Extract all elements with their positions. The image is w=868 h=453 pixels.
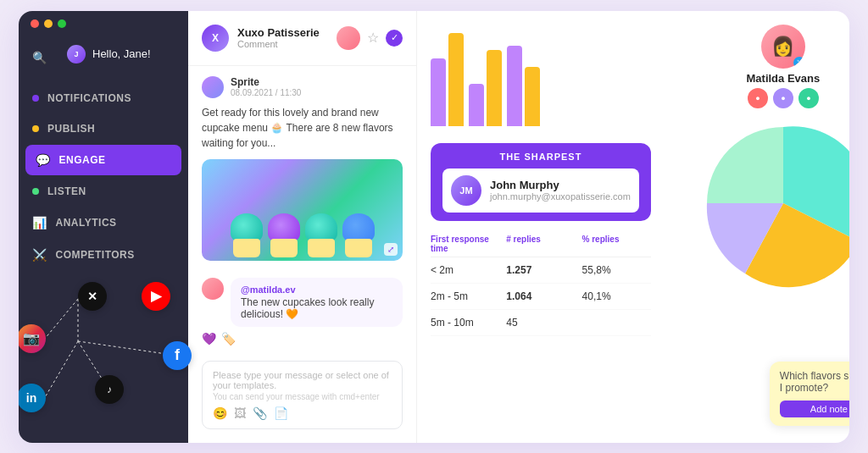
- attachment-icon[interactable]: 📎: [253, 406, 267, 420]
- stats-row-3: 5m - 10m 45: [431, 310, 651, 336]
- commenter-name: @matilda.ev: [241, 285, 392, 295]
- stat-percent-1: 55,8%: [582, 264, 651, 276]
- main-content: X Xuxo Patisserie Comment ☆ ✓ Sprite: [188, 11, 849, 443]
- profile-action-1[interactable]: ●: [748, 88, 768, 108]
- stats-table-header: First response time # replies % replies: [431, 231, 651, 257]
- bar-purple-2: [469, 84, 484, 126]
- note-text: Which flavors should I promote?: [780, 370, 849, 394]
- social-icons-area: ✕ ▶ 📷 in ♪ f: [19, 273, 214, 426]
- stat-replies-1: 1.257: [506, 264, 575, 276]
- post-author-info: Sprite 08.09.2021 / 11:30: [231, 76, 301, 97]
- tiktok-social-icon[interactable]: ♪: [95, 375, 124, 404]
- stat-percent-2: 40,1%: [582, 290, 651, 302]
- feed-header: X Xuxo Patisserie Comment ☆ ✓: [188, 11, 416, 66]
- close-button[interactable]: [31, 19, 39, 28]
- post-image: ⤢: [202, 159, 403, 261]
- person-info: John Murphy john.murphy@xuxopatisserie.c…: [490, 179, 631, 202]
- analytics-icon: 📊: [32, 216, 47, 229]
- post-author: Sprite: [231, 76, 301, 88]
- feed-post: Sprite 08.09.2021 / 11:30 Get ready for …: [188, 66, 416, 278]
- stats-table: First response time # replies % replies …: [431, 231, 651, 336]
- instagram-social-icon[interactable]: 📷: [19, 324, 46, 353]
- cupcake-2: [268, 215, 300, 257]
- right-panel: 👩 𝕏 Matilda Evans ● ● ●: [665, 11, 849, 443]
- add-note-button[interactable]: Add note: [780, 401, 849, 417]
- profile-name: Matilda Evans: [747, 72, 821, 85]
- maximize-button[interactable]: [58, 19, 66, 28]
- app-window: 🔍 J Hello, Jane! NOTIFICATIONS PUBLISH 💬…: [19, 11, 849, 443]
- stat-replies-2: 1.064: [506, 290, 575, 302]
- tag-reaction[interactable]: 🏷️: [221, 332, 236, 345]
- profile-actions: ● ● ●: [748, 88, 819, 108]
- emoji-icon[interactable]: 😊: [213, 406, 227, 420]
- header-percent: % replies: [582, 235, 651, 253]
- nav-dot-listen: [32, 188, 39, 195]
- stat-time-1: < 2m: [431, 264, 499, 276]
- comment-bubble: @matilda.ev The new cupcakes look really…: [231, 278, 403, 327]
- stat-time-3: 5m - 10m: [431, 317, 499, 329]
- bar-group-3: [507, 46, 540, 126]
- person-email: john.murphy@xuxopatisserie.com: [490, 191, 631, 202]
- post-avatar: [202, 76, 224, 98]
- check-icon[interactable]: ✓: [386, 30, 403, 47]
- bar-group-1: [431, 33, 464, 126]
- sidebar-navigation: NOTIFICATIONS PUBLISH 💬 ENGAGE LISTEN 📊 …: [19, 84, 188, 270]
- sidebar-item-publish[interactable]: PUBLISH: [19, 114, 188, 143]
- user-avatar-small: J: [67, 45, 86, 64]
- profile-picture: 👩 𝕏: [761, 25, 805, 69]
- star-icon[interactable]: ☆: [367, 30, 379, 46]
- bar-yellow-1: [448, 33, 464, 126]
- sharpest-title: THE SHARPEST: [442, 152, 639, 162]
- template-icon[interactable]: 📄: [274, 406, 288, 420]
- profile-action-3[interactable]: ●: [798, 88, 819, 108]
- reply-box[interactable]: Please type your message or select one o…: [202, 361, 403, 429]
- profile-action-2[interactable]: ●: [773, 88, 793, 108]
- header-response-time: First response time: [431, 235, 499, 253]
- sidebar-item-notifications[interactable]: NOTIFICATIONS: [19, 84, 188, 113]
- bar-yellow-3: [525, 67, 540, 126]
- bar-yellow-2: [487, 50, 502, 126]
- twitter-badge: 𝕏: [793, 57, 805, 69]
- sidebar-search-area: 🔍 J Hello, Jane!: [19, 41, 188, 84]
- sidebar-item-listen[interactable]: LISTEN: [19, 177, 188, 206]
- image-icon[interactable]: 🖼: [234, 406, 246, 420]
- sidebar-item-competitors[interactable]: ⚔️ COMPETITORS: [19, 240, 188, 270]
- comment-text: The new cupcakes look really delicious! …: [241, 296, 392, 320]
- header-user-avatar[interactable]: [337, 26, 360, 50]
- facebook-social-icon[interactable]: f: [163, 341, 192, 370]
- feed-page-name: Xuxo Patisserie: [237, 26, 328, 39]
- search-icon[interactable]: 🔍: [32, 51, 47, 64]
- feed-page-type: Comment: [237, 39, 328, 49]
- nav-dot-notifications: [32, 95, 39, 102]
- svg-line-2: [44, 299, 78, 340]
- profile-area: 👩 𝕏 Matilda Evans ● ● ●: [678, 25, 849, 108]
- sidebar-item-analytics[interactable]: 📊 ANALYTICS: [19, 207, 188, 238]
- header-replies: # replies: [506, 235, 575, 253]
- reply-sub: You can send your message with cmd+enter: [213, 392, 392, 401]
- cupcake-visual: [202, 159, 403, 261]
- post-meta: Sprite 08.09.2021 / 11:30: [202, 76, 403, 98]
- stats-row-1: < 2m 1.257 55,8%: [431, 257, 651, 284]
- comment-reactions: 💜 🏷️: [202, 332, 403, 345]
- svg-line-3: [44, 341, 78, 399]
- youtube-social-icon[interactable]: ▶: [142, 282, 170, 311]
- sharpest-person: JM John Murphy john.murphy@xuxopatisseri…: [442, 168, 639, 213]
- pie-slice-light-teal: [707, 127, 783, 203]
- pie-chart: [698, 119, 849, 288]
- sidebar-item-engage[interactable]: 💬 ENGAGE: [25, 145, 181, 175]
- bar-purple-1: [431, 58, 446, 126]
- commenter: @matilda.ev The new cupcakes look really…: [202, 278, 403, 327]
- cupcake-1: [231, 215, 263, 257]
- bar-purple-3: [507, 46, 522, 126]
- stats-row-2: 2m - 5m 1.064 40,1%: [431, 284, 651, 310]
- post-text: Get ready for this lovely and brand new …: [202, 105, 403, 151]
- minimize-button[interactable]: [44, 19, 53, 28]
- sidebar: 🔍 J Hello, Jane! NOTIFICATIONS PUBLISH 💬…: [19, 11, 188, 443]
- linkedin-social-icon[interactable]: in: [19, 384, 46, 412]
- post-time: 08.09.2021 / 11:30: [231, 88, 301, 97]
- image-expand-icon[interactable]: ⤢: [384, 243, 398, 256]
- cupcake-3: [305, 215, 337, 257]
- note-bubble: Which flavors should I promote? Add note: [770, 362, 849, 426]
- analytics-panel: THE SHARPEST JM John Murphy john.murphy@…: [417, 11, 665, 443]
- x-social-icon[interactable]: ✕: [78, 282, 107, 311]
